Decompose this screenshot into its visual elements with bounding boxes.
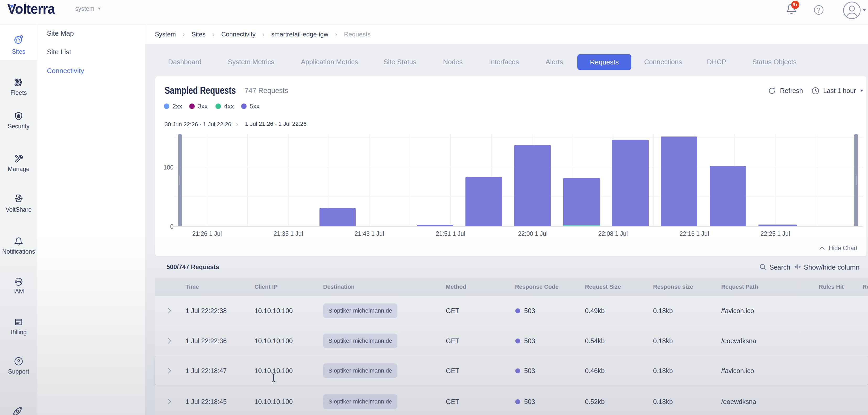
svg-text:21:51 1 Jul: 21:51 1 Jul <box>436 230 465 237</box>
svg-text:22:25 1 Jul: 22:25 1 Jul <box>761 230 790 237</box>
svg-text:21:26 1 Jul: 21:26 1 Jul <box>192 230 222 237</box>
svg-text:21:43 1 Jul: 21:43 1 Jul <box>354 230 384 237</box>
svg-text:21:35 1 Jul: 21:35 1 Jul <box>274 230 303 237</box>
svg-text:22:08 1 Jul: 22:08 1 Jul <box>598 230 628 237</box>
svg-text:0: 0 <box>170 223 174 230</box>
svg-text:22:00 1 Jul: 22:00 1 Jul <box>518 230 548 237</box>
svg-text:100: 100 <box>163 164 174 171</box>
svg-text:22:16 1 Jul: 22:16 1 Jul <box>680 230 709 237</box>
